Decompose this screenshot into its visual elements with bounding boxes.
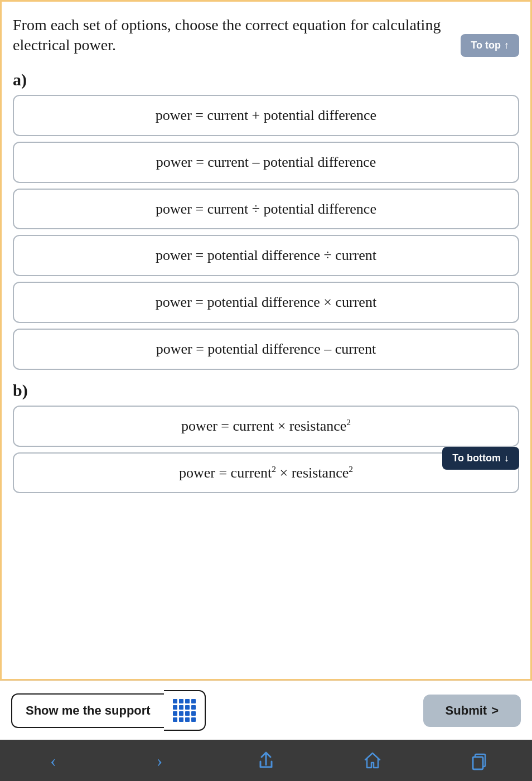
- submit-arrow-icon: >: [491, 703, 499, 718]
- grid-dot: [191, 705, 196, 710]
- share-nav-icon[interactable]: [252, 746, 280, 774]
- section-b-options: power = current × resistance2 To bottom …: [13, 406, 519, 499]
- bottom-bar: Show me the support: [0, 681, 532, 740]
- home-nav-icon[interactable]: [359, 746, 386, 774]
- show-support-label: Show me the support: [26, 703, 151, 717]
- grid-dot: [179, 717, 183, 722]
- to-top-label: To top: [471, 40, 501, 51]
- option-a2[interactable]: power = current – potential difference: [13, 142, 519, 183]
- grid-dot: [173, 705, 177, 710]
- grid-dot: [185, 705, 190, 710]
- grid-dot: [179, 705, 183, 710]
- to-bottom-arrow-icon: ↓: [504, 452, 509, 464]
- to-bottom-button[interactable]: To bottom ↓: [442, 447, 519, 470]
- option-a5[interactable]: power = potential difference × current: [13, 282, 519, 323]
- copy-nav-icon[interactable]: [465, 746, 493, 774]
- grid-dot: [179, 699, 183, 703]
- section-a-label: a): [13, 70, 519, 89]
- submit-button[interactable]: Submit >: [423, 695, 521, 727]
- grid-dot: [173, 717, 177, 722]
- grid-dot: [191, 711, 196, 716]
- header-text: From each set of options, choose the cor…: [13, 15, 455, 56]
- bottom-nav: ‹ ›: [0, 740, 532, 781]
- header-row: From each set of options, choose the cor…: [13, 15, 519, 57]
- section-a-options: power = current + potential difference p…: [13, 95, 519, 370]
- grid-dot: [185, 699, 190, 703]
- grid-dot: [179, 711, 183, 716]
- show-support-group: Show me the support: [11, 690, 206, 731]
- option-a3[interactable]: power = current ÷ potential difference: [13, 189, 519, 230]
- grid-dot: [191, 717, 196, 722]
- grid-dot: [185, 711, 190, 716]
- back-nav-icon[interactable]: ‹: [39, 746, 67, 774]
- grid-dot: [173, 699, 177, 703]
- to-bottom-label: To bottom: [452, 452, 501, 464]
- option-a6[interactable]: power = potential difference – current: [13, 329, 519, 370]
- option-a4[interactable]: power = potential difference ÷ current: [13, 235, 519, 276]
- grid-icon-button[interactable]: [164, 690, 206, 731]
- grid-icon: [173, 699, 196, 722]
- option-a1[interactable]: power = current + potential difference: [13, 95, 519, 136]
- to-top-button[interactable]: To top ↑: [461, 34, 519, 57]
- svg-rect-1: [473, 757, 483, 769]
- show-support-button[interactable]: Show me the support: [11, 693, 164, 728]
- grid-dot: [173, 711, 177, 716]
- grid-dot: [191, 699, 196, 703]
- to-top-arrow-icon: ↑: [504, 40, 509, 51]
- grid-dot: [185, 717, 190, 722]
- submit-label: Submit: [446, 703, 487, 718]
- forward-nav-icon[interactable]: ›: [146, 746, 173, 774]
- section-b-label: b): [13, 381, 519, 400]
- main-content: From each set of options, choose the cor…: [0, 0, 532, 681]
- option-b1[interactable]: power = current × resistance2: [13, 406, 519, 447]
